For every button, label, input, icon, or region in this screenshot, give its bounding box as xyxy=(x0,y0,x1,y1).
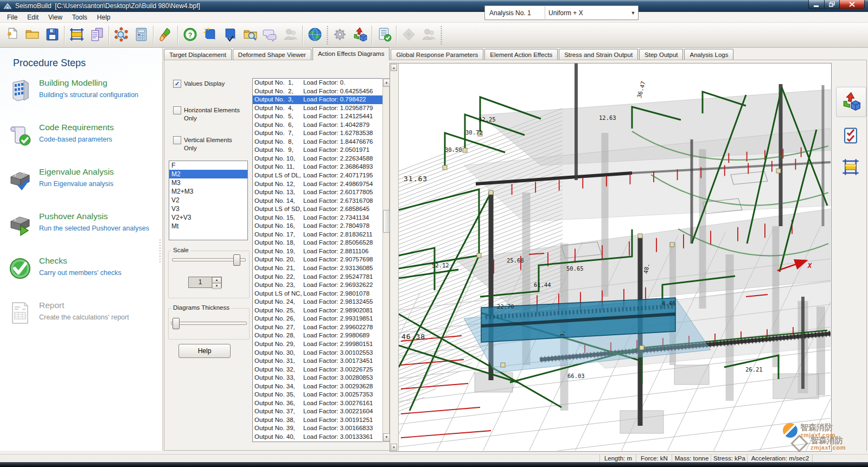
output-row[interactable]: Output No. 23,Load Factor: 2.96932622 xyxy=(253,281,382,290)
diagram-type-v2[interactable]: V2 xyxy=(169,196,247,204)
output-row[interactable]: Output No. 14,Load Factor: 2.67316708 xyxy=(253,197,382,206)
menu-help[interactable]: Help xyxy=(92,12,116,22)
diagram-type-m3[interactable]: M3 xyxy=(169,178,247,187)
output-row[interactable]: Output LS of NC,Load Factor: 2.9801078 xyxy=(253,290,382,298)
viewport-scroll-down-icon[interactable]: ▼ xyxy=(391,444,397,451)
new-project-button[interactable] xyxy=(2,25,22,46)
output-row[interactable]: Output No. 16,Load Factor: 2.7804978 xyxy=(253,222,382,231)
procedure-step-checks[interactable]: ChecksCarry out members' checks xyxy=(7,255,158,294)
output-row[interactable]: Output No. 20,Load Factor: 2.90757698 xyxy=(253,255,382,264)
tab-element-action-effects[interactable]: Element Action Effects xyxy=(484,49,558,60)
output-row[interactable]: Output No. 2,Load Factor: 0.64255456 xyxy=(253,87,382,96)
output-row[interactable]: Output No. 9,Load Factor: 2.0501971 xyxy=(253,146,382,155)
tab-analysis-logs[interactable]: Analysis Logs xyxy=(684,49,733,60)
checkbox-values-display[interactable]: ✓Values Display xyxy=(173,80,245,88)
output-row[interactable]: Output No. 3,Load Factor: 0.798422 xyxy=(253,95,382,104)
output-row[interactable]: Output No. 38,Load Factor: 3.00191251 xyxy=(253,416,382,425)
output-row[interactable]: Output No. 22,Load Factor: 2.95247781 xyxy=(253,273,382,282)
menu-view[interactable]: View xyxy=(43,12,67,22)
tab-target-displacement[interactable]: Target Displacement xyxy=(164,49,232,60)
output-steps-list[interactable]: Output No. 1,Load Factor: 0.Output No. 2… xyxy=(252,78,383,442)
procedure-step-eigenvalue-analysis[interactable]: Eigenvalue AnalysisRun Eigenvalue analys… xyxy=(7,166,158,205)
member-checks-view-button[interactable] xyxy=(839,125,862,148)
output-row[interactable]: Output No. 31,Load Factor: 3.00173451 xyxy=(253,357,382,366)
diagram-type-mt[interactable]: Mt xyxy=(169,222,247,231)
dropdown-arrow-icon[interactable]: ▼ xyxy=(628,10,638,16)
save-button[interactable] xyxy=(42,25,62,46)
thickness-slider-thumb[interactable] xyxy=(173,318,180,329)
spinner-arrows[interactable]: ▲▼ xyxy=(212,277,221,287)
procedure-step-building-modelling[interactable]: Building ModellingBuilding's structural … xyxy=(7,77,158,116)
output-row[interactable]: Output No. 27,Load Factor: 2.99602278 xyxy=(253,323,382,332)
tab-stress-and-strain-output[interactable]: Stress and Strain Output xyxy=(559,49,638,60)
title-bar[interactable]: SeismoBuild [C:\Users\santon\Desktop\Zoi… xyxy=(0,0,868,12)
scale-slider-thumb[interactable] xyxy=(233,254,240,266)
restore-button[interactable] xyxy=(825,0,840,9)
output-row[interactable]: Output No. 10,Load Factor: 2.22634588 xyxy=(253,155,382,163)
procedure-step-pushover-analysis[interactable]: Pushover AnalysisRun the selected Pushov… xyxy=(7,210,158,250)
output-row[interactable]: Output No. 17,Load Factor: 2.81836211 xyxy=(253,231,382,239)
diagram-type-v3[interactable]: V3 xyxy=(169,204,247,213)
3d-model-canvas[interactable] xyxy=(399,63,831,451)
thickness-slider[interactable] xyxy=(171,322,247,325)
output-row[interactable]: Output No. 1,Load Factor: 0. xyxy=(253,79,382,87)
checkbox-box-icon[interactable]: ✓ xyxy=(173,80,181,88)
output-row[interactable]: Output LS of SD,Load Factor: 2.6858645 xyxy=(253,205,382,214)
output-row[interactable]: Output No. 7,Load Factor: 1.62783538 xyxy=(253,129,382,138)
menu-tools[interactable]: Tools xyxy=(67,12,92,22)
output-row[interactable]: Output No. 13,Load Factor: 2.60177805 xyxy=(253,188,382,197)
output-row[interactable]: Output No. 34,Load Factor: 3.00293628 xyxy=(253,382,382,391)
tab-step-output[interactable]: Step Output xyxy=(639,49,683,60)
close-button[interactable] xyxy=(840,0,865,9)
checkbox-horizontal-elements-only[interactable]: Horizontal Elements Only xyxy=(173,106,245,123)
output-row[interactable]: Output No. 11,Load Factor: 2.36864893 xyxy=(253,163,382,171)
output-row[interactable]: Output No. 28,Load Factor: 2.9980689 xyxy=(253,331,382,340)
output-row[interactable]: Output No. 19,Load Factor: 2.8811106 xyxy=(253,247,382,256)
minimize-button[interactable] xyxy=(808,0,825,9)
sidebar-splitter[interactable] xyxy=(159,239,161,264)
output-list-scrollbar[interactable]: ▲ ▼ xyxy=(382,78,390,442)
section-properties-button[interactable] xyxy=(67,25,87,46)
checkbox-box-icon[interactable] xyxy=(173,136,181,144)
spin-up-icon[interactable]: ▲ xyxy=(212,277,221,283)
output-row[interactable]: Output No. 29,Load Factor: 2.99980151 xyxy=(253,340,382,349)
output-row[interactable]: Output No. 15,Load Factor: 2.7341134 xyxy=(253,214,382,222)
calculator-button[interactable] xyxy=(131,25,151,46)
checkbox-vertical-elements-only[interactable]: Vertical Elements Only xyxy=(173,136,245,152)
diagram-type-list[interactable]: FM2M3M2+M3V2V3V2+V3Mt xyxy=(169,161,248,240)
output-row[interactable]: Output No. 30,Load Factor: 3.00102553 xyxy=(253,349,382,357)
help-button[interactable]: Help xyxy=(178,344,231,358)
output-row[interactable]: Output No. 18,Load Factor: 2.85056528 xyxy=(253,239,382,247)
website-button[interactable] xyxy=(305,25,325,46)
output-row[interactable]: Output No. 26,Load Factor: 2.99319851 xyxy=(253,315,382,323)
diagram-type-v2+v3[interactable]: V2+V3 xyxy=(169,213,247,222)
output-row[interactable]: Output No. 37,Load Factor: 3.00221604 xyxy=(253,407,382,416)
menu-file[interactable]: File xyxy=(2,12,22,22)
output-row[interactable]: Output No. 25,Load Factor: 2.98902081 xyxy=(253,306,382,315)
procedure-step-code-requirements[interactable]: Code RequirementsCode-based parameters xyxy=(7,121,158,161)
scale-slider[interactable] xyxy=(172,258,246,261)
model-viewer-button[interactable] xyxy=(111,25,131,46)
run-analysis-button[interactable] xyxy=(350,25,370,46)
output-row[interactable]: Output No. 33,Load Factor: 3.00280853 xyxy=(253,374,382,382)
viewport-scroll-up-icon[interactable]: ▲ xyxy=(391,64,397,71)
tab-deformed-shape-viewer[interactable]: Deformed Shape Viewer xyxy=(233,49,311,60)
diagram-type-m2[interactable]: M2 xyxy=(169,170,247,178)
output-row[interactable]: Output No. 40,Load Factor: 3.00133361 xyxy=(253,433,382,442)
scale-spinner[interactable]: 1 ▲▼ xyxy=(188,277,222,288)
menu-edit[interactable]: Edit xyxy=(22,12,43,22)
diagram-type-m2+m3[interactable]: M2+M3 xyxy=(169,187,247,196)
spin-down-icon[interactable]: ▼ xyxy=(212,283,221,289)
output-row[interactable]: Output No. 8,Load Factor: 1.84476676 xyxy=(253,138,382,146)
section-view-view-button[interactable] xyxy=(839,156,862,179)
viewport-scrollbar[interactable]: ▲ ▼ xyxy=(390,63,399,451)
output-row[interactable]: Output No. 32,Load Factor: 3.00226725 xyxy=(253,366,382,374)
diagram-type-f[interactable]: F xyxy=(169,161,247,170)
output-row[interactable]: Output No. 24,Load Factor: 2.98132455 xyxy=(253,298,382,306)
run-analysis-view-button[interactable] xyxy=(836,87,866,117)
output-row[interactable]: Output No. 36,Load Factor: 3.00276161 xyxy=(253,399,382,408)
appendix-button[interactable] xyxy=(220,25,240,46)
output-row[interactable]: Output No. 21,Load Factor: 2.93136085 xyxy=(253,264,382,273)
feedback-button[interactable] xyxy=(260,25,280,46)
output-row[interactable]: Output No. 6,Load Factor: 1.4042879 xyxy=(253,121,382,130)
